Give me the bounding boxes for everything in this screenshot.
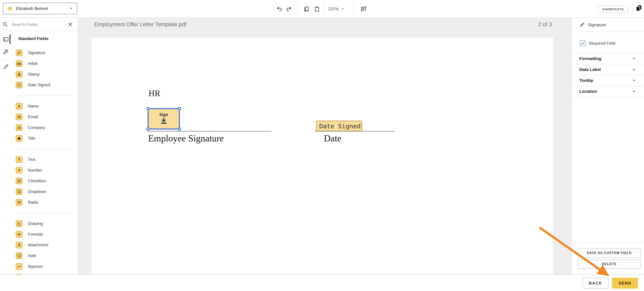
date-signed-field[interactable]: Date Signed: [316, 121, 362, 131]
search-icon: [2, 22, 8, 27]
required-field-checkbox[interactable]: [580, 40, 586, 46]
pencil-icon: [579, 22, 585, 28]
field-item-label: Date Signed: [28, 83, 50, 87]
field-item-checkbox[interactable]: Checkbox: [12, 176, 78, 186]
section-location[interactable]: Location: [572, 86, 644, 97]
toolbar-divider: [354, 3, 354, 14]
search-fields-input[interactable]: [11, 19, 65, 30]
section-label: Formatting: [579, 56, 602, 61]
name-field-icon: [16, 103, 22, 110]
field-item-label: Email: [28, 114, 38, 119]
panel-divider: [572, 32, 644, 32]
panel-title: Signature: [588, 22, 606, 27]
field-item-label: Text: [28, 157, 35, 162]
field-item-attachment[interactable]: Attachment: [12, 240, 78, 250]
signature-field-icon: [16, 50, 22, 56]
signature-field-selected[interactable]: Sign: [148, 108, 180, 130]
send-button[interactable]: SEND: [612, 278, 638, 288]
field-item-signature[interactable]: Signature: [12, 48, 78, 58]
envelope-editor: Elizabeth Bennet 221% SHORTCUTS Stand: [0, 0, 644, 291]
shortcuts-button[interactable]: SHORTCUTS: [598, 5, 628, 13]
redo-icon[interactable]: [286, 6, 292, 12]
panel-sections: FormattingData LabelTooltipLocation: [572, 53, 644, 97]
delete-button[interactable]: DELETE: [578, 260, 641, 269]
pdf-page: HR Sign Employee Signature Date Signed D…: [91, 38, 553, 274]
note-field-icon: [16, 252, 22, 259]
top-toolbar: Elizabeth Bennet 221% SHORTCUTS: [0, 0, 644, 18]
required-field-toggle[interactable]: Required Field: [580, 40, 615, 46]
custom-tools-icon[interactable]: [3, 48, 9, 55]
field-item-label: Stamp: [28, 72, 40, 76]
section-tooltip[interactable]: Tooltip: [572, 75, 644, 86]
field-item-label: Initial: [28, 61, 38, 66]
resize-handle[interactable]: [146, 128, 150, 131]
field-item-email[interactable]: @Email: [12, 112, 78, 122]
radio-field-icon: [16, 199, 22, 206]
close-icon[interactable]: [68, 22, 73, 27]
drawing-field-icon: [16, 220, 22, 227]
caret-down-icon: [70, 7, 73, 10]
zoom-level-value: 221%: [328, 7, 338, 11]
resize-handle[interactable]: [178, 107, 181, 110]
field-group-divider: [15, 96, 73, 96]
field-item-company[interactable]: Company: [12, 122, 78, 133]
recipient-name: Elizabeth Bennet: [16, 6, 48, 11]
field-item-label: Checkbox: [28, 179, 46, 183]
draw-pencil-icon[interactable]: [3, 63, 9, 70]
field-item-label: Number: [28, 168, 42, 172]
field-item-name[interactable]: Name: [12, 101, 78, 112]
stamp-field-icon: [16, 71, 22, 78]
copy-icon[interactable]: [303, 6, 310, 12]
initial-field-icon: DS: [16, 60, 22, 67]
field-item-label: Name: [28, 104, 38, 108]
field-item-label: Signature: [28, 50, 45, 55]
zoom-level-dropdown[interactable]: 221%: [328, 0, 344, 18]
recipient-dropdown[interactable]: Elizabeth Bennet: [3, 3, 77, 14]
field-item-note[interactable]: Note: [12, 250, 78, 261]
fields-panel-icon[interactable]: [3, 36, 9, 42]
page-indicator: 2 of 3: [538, 22, 552, 28]
field-item-title[interactable]: Title: [12, 133, 78, 144]
field-item-stamp[interactable]: Stamp: [12, 69, 78, 80]
recipient-status-dot: [8, 7, 12, 10]
fields-sidebar: Standard Fields SignatureDSInitialStampD…: [0, 18, 78, 274]
date-line-caption: Date: [324, 133, 342, 144]
save-as-custom-field-button[interactable]: SAVE AS CUSTOM FIELD: [578, 248, 641, 258]
required-field-label: Required Field: [589, 41, 615, 46]
paste-icon[interactable]: [314, 6, 320, 12]
field-item-text[interactable]: TText: [12, 154, 78, 165]
text-field-icon: T: [16, 156, 22, 163]
date-line: [314, 131, 394, 132]
field-item-drawing[interactable]: Drawing: [12, 218, 78, 229]
chevron-down-icon: [632, 56, 636, 61]
field-item-label: Title: [28, 136, 35, 141]
section-label: Tooltip: [579, 78, 593, 83]
field-item-date-signed[interactable]: Date Signed: [12, 80, 78, 90]
undo-icon[interactable]: [276, 6, 282, 12]
section-formatting[interactable]: Formatting: [572, 53, 644, 64]
resize-handle[interactable]: [178, 128, 181, 131]
section-label: Location: [579, 89, 597, 94]
field-item-approve[interactable]: Approve: [12, 261, 78, 272]
document-canvas: Employment Offer Letter Template.pdf 2 o…: [78, 18, 571, 274]
section-data-label[interactable]: Data Label: [572, 64, 644, 75]
caret-down-icon: [342, 8, 344, 10]
field-item-radio[interactable]: Radio: [12, 197, 78, 208]
resize-handle[interactable]: [146, 107, 150, 110]
field-item-number[interactable]: #Number: [12, 165, 78, 176]
field-item-label: Radio: [28, 200, 38, 205]
pages-icon[interactable]: [635, 4, 642, 12]
field-item-formula[interactable]: fxFormula: [12, 229, 78, 240]
field-properties-panel: Signature Required Field FormattingData …: [571, 18, 644, 274]
formula-field-icon: fx: [16, 231, 22, 238]
section-label: Data Label: [579, 67, 601, 72]
standard-fields-header: Standard Fields: [18, 36, 48, 41]
field-item-initial[interactable]: DSInitial: [12, 58, 78, 69]
back-button[interactable]: BACK: [582, 278, 608, 288]
field-item-label: Dropdown: [28, 189, 46, 194]
comment-icon[interactable]: [360, 6, 367, 12]
field-item-label: Attachment: [28, 243, 48, 247]
signature-line-caption: Employee Signature: [148, 133, 224, 144]
field-item-dropdown[interactable]: Dropdown: [12, 186, 78, 197]
field-group-divider: [15, 213, 73, 213]
